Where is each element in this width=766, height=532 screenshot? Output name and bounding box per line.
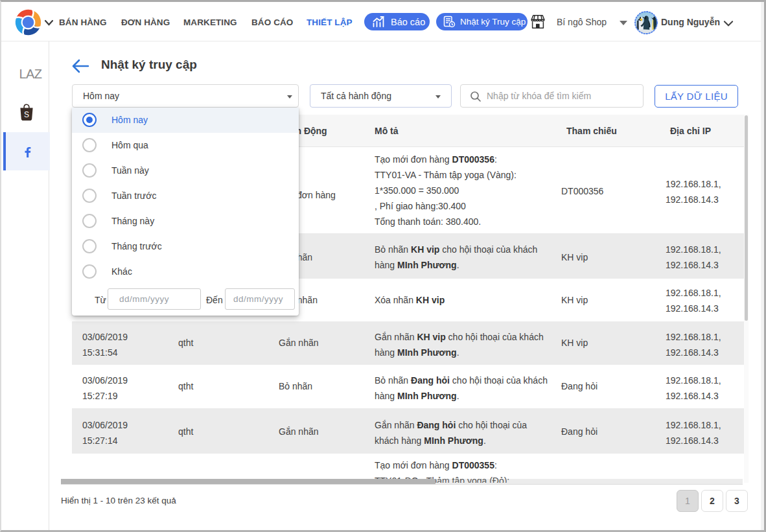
svg-text:S: S bbox=[24, 110, 29, 119]
